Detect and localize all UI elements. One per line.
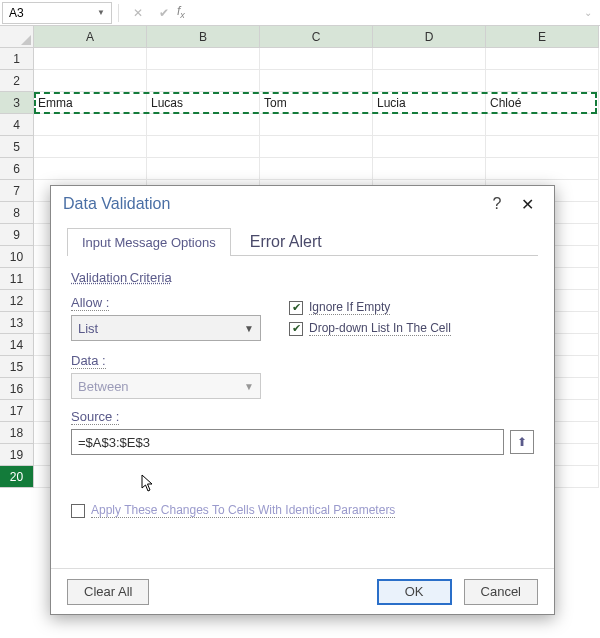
row-header[interactable]: 16 [0, 378, 34, 400]
tab-input-message[interactable]: Input Message Options [67, 228, 231, 256]
cell[interactable] [147, 158, 260, 180]
row-header[interactable]: 8 [0, 202, 34, 224]
separator [118, 4, 119, 22]
tab-error-alert[interactable]: Error Alert [231, 228, 341, 256]
dialog-tabs: Input Message Options Error Alert [67, 228, 538, 256]
row-header[interactable]: 4 [0, 114, 34, 136]
row-header[interactable]: 3 [0, 92, 34, 114]
cell[interactable] [486, 158, 599, 180]
fx-icon[interactable]: fx [177, 4, 185, 20]
cell[interactable] [373, 70, 486, 92]
row-header[interactable]: 5 [0, 136, 34, 158]
cell[interactable] [34, 114, 147, 136]
name-box-value: A3 [9, 6, 24, 20]
cell[interactable] [373, 114, 486, 136]
check-icon: ✔ [289, 301, 303, 315]
row-header[interactable]: 6 [0, 158, 34, 180]
cell[interactable] [486, 48, 599, 70]
cancel-button[interactable]: Cancel [464, 579, 538, 605]
allow-label: Allow : [71, 295, 131, 311]
dropdown-in-cell-checkbox[interactable]: ✔ Drop-down List In The Cell [289, 321, 451, 336]
dialog-body: Validation Criteria Allow : List ▼ ✔ Ign… [51, 256, 554, 528]
apply-changes-label: Apply These Changes To Cells With Identi… [91, 503, 395, 518]
row-header[interactable]: 1 [0, 48, 34, 70]
row-header[interactable]: 12 [0, 290, 34, 312]
row-header[interactable]: 17 [0, 400, 34, 422]
dialog-title: Data Validation [63, 195, 482, 213]
column-header[interactable]: C [260, 26, 373, 48]
cell[interactable] [34, 158, 147, 180]
column-header[interactable]: B [147, 26, 260, 48]
cell[interactable] [34, 70, 147, 92]
data-label: Data : [71, 353, 131, 369]
cell[interactable] [147, 136, 260, 158]
cell[interactable] [260, 136, 373, 158]
cell[interactable] [486, 70, 599, 92]
cell[interactable] [147, 48, 260, 70]
row-header[interactable]: 10 [0, 246, 34, 268]
row-header[interactable]: 7 [0, 180, 34, 202]
allow-select[interactable]: List ▼ [71, 315, 261, 341]
ok-button[interactable]: OK [377, 579, 452, 605]
cell[interactable]: Lucia [373, 92, 486, 114]
name-box[interactable]: A3 ▼ [2, 2, 112, 24]
column-header[interactable]: A [34, 26, 147, 48]
column-header[interactable]: D [373, 26, 486, 48]
data-select: Between ▼ [71, 373, 261, 399]
row-headers: 1234567891011121314151617181920 [0, 48, 34, 488]
cell[interactable] [486, 114, 599, 136]
cell[interactable]: Emma [34, 92, 147, 114]
source-input[interactable] [71, 429, 504, 455]
source-label: Source : [71, 409, 534, 425]
cell[interactable] [373, 158, 486, 180]
data-validation-dialog: Data Validation ? ✕ Input Message Option… [50, 185, 555, 615]
cell[interactable] [486, 136, 599, 158]
column-header[interactable]: E [486, 26, 599, 48]
apply-changes-checkbox[interactable]: ✔ [71, 504, 85, 518]
cell[interactable] [260, 70, 373, 92]
row-header[interactable]: 9 [0, 224, 34, 246]
cell[interactable]: Tom [260, 92, 373, 114]
allow-value: List [78, 321, 98, 336]
chevron-down-icon: ▼ [244, 323, 254, 334]
expand-handle-icon[interactable]: ⌄ [584, 7, 598, 18]
close-icon[interactable]: ✕ [512, 195, 542, 214]
criteria-heading: Validation Criteria [71, 270, 534, 285]
select-all-corner[interactable] [0, 26, 34, 48]
row-header[interactable]: 19 [0, 444, 34, 466]
ignore-empty-label: Ignore If Empty [309, 300, 390, 315]
row-header[interactable]: 2 [0, 70, 34, 92]
range-picker-icon[interactable]: ⬆ [510, 430, 534, 454]
cell[interactable] [147, 114, 260, 136]
cell[interactable] [260, 158, 373, 180]
cell[interactable]: Chloé [486, 92, 599, 114]
cell[interactable]: Lucas [147, 92, 260, 114]
cell[interactable] [34, 136, 147, 158]
formula-bar: A3 ▼ ✕ ✔ fx ⌄ [0, 0, 600, 26]
cell[interactable] [260, 48, 373, 70]
help-icon[interactable]: ? [482, 195, 512, 213]
column-headers: ABCDE [34, 26, 600, 48]
row-header[interactable]: 14 [0, 334, 34, 356]
dialog-titlebar[interactable]: Data Validation ? ✕ [51, 186, 554, 222]
chevron-down-icon: ▼ [244, 381, 254, 392]
cell[interactable] [373, 136, 486, 158]
row-header[interactable]: 13 [0, 312, 34, 334]
dropdown-in-cell-label: Drop-down List In The Cell [309, 321, 451, 336]
data-value: Between [78, 379, 129, 394]
cancel-formula-icon[interactable]: ✕ [125, 6, 151, 20]
row-header[interactable]: 20 [0, 466, 34, 488]
clear-all-button[interactable]: Clear All [67, 579, 149, 605]
cell[interactable] [34, 48, 147, 70]
row-header[interactable]: 15 [0, 356, 34, 378]
cell[interactable] [373, 48, 486, 70]
row-header[interactable]: 18 [0, 422, 34, 444]
accept-formula-icon[interactable]: ✔ [151, 6, 177, 20]
check-icon: ✔ [289, 322, 303, 336]
dialog-footer: Clear All OK Cancel [51, 568, 554, 614]
cell[interactable] [147, 70, 260, 92]
cell[interactable] [260, 114, 373, 136]
row-header[interactable]: 11 [0, 268, 34, 290]
chevron-down-icon[interactable]: ▼ [97, 8, 105, 17]
ignore-empty-checkbox[interactable]: ✔ Ignore If Empty [289, 300, 451, 315]
